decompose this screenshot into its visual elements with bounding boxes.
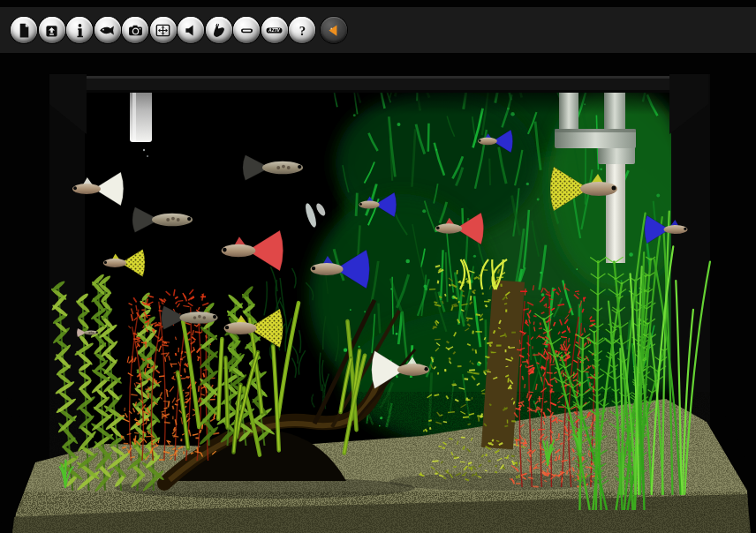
aztv-button[interactable]: AZTV — [261, 17, 288, 43]
feeder-button[interactable] — [39, 17, 65, 43]
snapshot-button[interactable] — [122, 17, 148, 43]
fish-tank[interactable] — [12, 42, 751, 533]
expand-arrows-icon — [154, 21, 172, 40]
pill-button[interactable] — [233, 17, 260, 43]
aztv-label: AZTV — [268, 28, 281, 33]
touch-button[interactable] — [206, 17, 232, 43]
tank-top-rim-highlight — [84, 76, 676, 79]
speaker-icon — [182, 21, 200, 40]
sound-button[interactable] — [178, 17, 204, 43]
tank-top-rim-bottom — [84, 90, 676, 93]
orange-left-triangle-icon — [324, 21, 343, 40]
toolbar: AZTV? — [0, 7, 756, 53]
info-button[interactable] — [66, 17, 93, 43]
aquarium-scene[interactable] — [0, 0, 756, 533]
question-icon: ? — [293, 21, 312, 40]
file-button[interactable] — [11, 17, 37, 43]
hide-toolbar-button[interactable] — [321, 17, 347, 43]
capsule-icon — [238, 21, 256, 40]
camera-icon — [126, 21, 145, 40]
app-window: AZTV? — [0, 0, 756, 533]
document-icon — [15, 21, 34, 40]
hand-icon — [209, 21, 228, 40]
question-label: ? — [299, 23, 305, 37]
fullscreen-button[interactable] — [150, 17, 177, 43]
rim-shadow — [84, 92, 673, 115]
aztv-logo: AZTV — [265, 21, 284, 40]
help-button[interactable]: ? — [289, 17, 315, 43]
fish-button[interactable] — [94, 17, 121, 43]
fish-icon — [98, 21, 117, 40]
info-icon — [71, 21, 89, 40]
arrow-up-box-icon — [42, 21, 61, 40]
